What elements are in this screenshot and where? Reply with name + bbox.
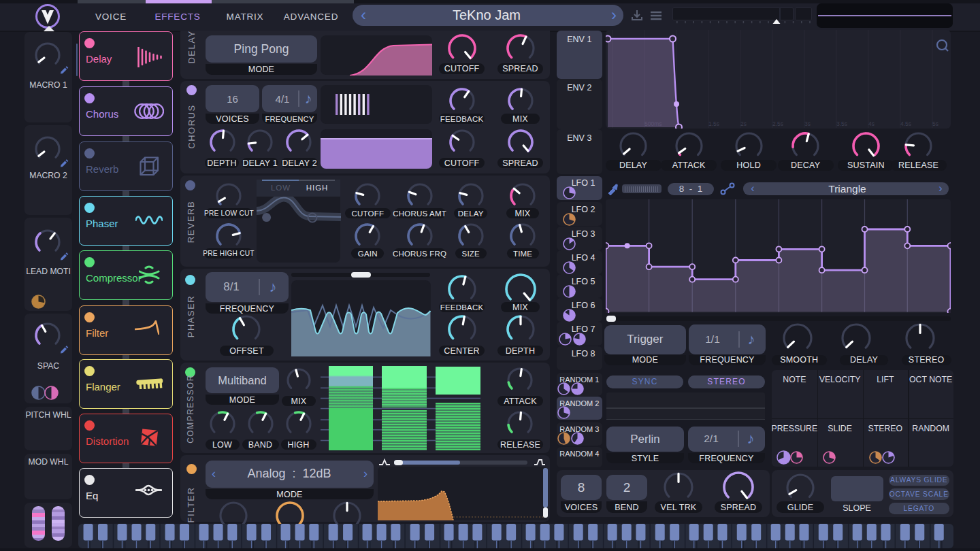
svg-text:4.5s: 4.5s bbox=[900, 120, 911, 127]
svg-text:1.5s: 1.5s bbox=[708, 120, 719, 127]
svg-text:3s: 3s bbox=[804, 120, 811, 127]
svg-text:2.5s: 2.5s bbox=[772, 120, 783, 127]
svg-text:5s: 5s bbox=[932, 120, 938, 127]
svg-text:4s: 4s bbox=[868, 120, 875, 127]
svg-text:3.5s: 3.5s bbox=[836, 120, 847, 127]
svg-text:2s: 2s bbox=[740, 120, 747, 127]
